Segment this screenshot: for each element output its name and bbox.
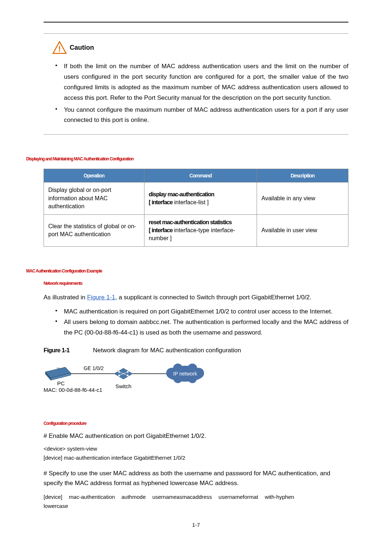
requirements-list: MAC authentication is required on port G…: [44, 307, 348, 338]
network-diagram: _ GE 1/0/2 IP network PC MAC: 00-0d-88-f…: [44, 359, 348, 395]
figure-caption: Figure 1-1 Network diagram for MAC authe…: [44, 347, 348, 354]
list-item: All users belong to domain aabbcc.net. T…: [52, 317, 348, 338]
figure-number: Figure 1-1: [44, 347, 69, 354]
figure-title: Network diagram for MAC authentication c…: [93, 347, 241, 354]
config-table: Operation Command Description Display gl…: [44, 169, 348, 246]
table-row: Clear the statistics of global or on-por…: [44, 214, 348, 246]
cmd-bold: reset mac-authentication statistics: [149, 219, 232, 225]
mac-label: MAC: 00-0d-88-f6-44-c1: [44, 387, 102, 393]
table-header-row: Operation Command Description: [44, 169, 348, 182]
intro-paragraph: As illustrated in Figure 1-1, a supplica…: [44, 292, 348, 302]
cmd-open: [ interface: [149, 227, 172, 233]
cell-description: Available in any view: [257, 182, 348, 214]
code-block: <device> system-view [device] mac-authen…: [44, 444, 348, 463]
th-operation: Operation: [44, 169, 144, 182]
caution-box: ! Caution If both the limit on the numbe…: [44, 33, 348, 135]
caution-label: Caution: [70, 44, 94, 52]
caution-list: If both the limit on the number of MAC a…: [44, 61, 348, 126]
caution-header: ! Caution: [44, 41, 348, 54]
svg-text:!: !: [58, 44, 61, 53]
cmd-rest: interface-list ]: [172, 199, 209, 205]
switch-label: Switch: [115, 383, 131, 389]
cell-command: reset mac-authentication statistics [ in…: [144, 214, 257, 246]
code-line: <device> system-view: [44, 444, 348, 454]
caution-item: If both the limit on the number of MAC a…: [52, 61, 348, 103]
cmd-bold: display mac-authentication: [149, 191, 214, 197]
pc-label: PC: [57, 380, 65, 386]
code-line: lowercase: [44, 501, 348, 511]
top-rule: [44, 22, 348, 22]
table-row: Display global or on-port information ab…: [44, 182, 348, 214]
cell-operation: Display global or on-port information ab…: [44, 182, 144, 214]
th-command: Command: [144, 169, 257, 182]
list-item: MAC authentication is required on port G…: [52, 307, 348, 317]
svg-text:_: _: [56, 363, 60, 368]
figure-link[interactable]: Figure 1-1: [87, 294, 115, 301]
code-line: [device] mac-authentication authmode use…: [44, 492, 348, 502]
code-block: [device] mac-authentication authmode use…: [44, 492, 348, 511]
cmd-open: [ interface: [149, 199, 172, 205]
caution-item: You cannot configure the maximum number …: [52, 105, 348, 126]
subsection-config-proc: Configuration procedure: [44, 421, 348, 426]
code-line: [device] mac-authentication interface Gi…: [44, 453, 348, 463]
step-text: # Enable MAC authentication on port Giga…: [44, 432, 348, 440]
th-description: Description: [257, 169, 348, 182]
cell-description: Available in user view: [257, 214, 348, 246]
intro-suffix: , a supplicant is connected to Switch th…: [115, 294, 311, 301]
intro-prefix: As illustrated in: [44, 294, 87, 301]
subsection-network-req: Network requirements: [44, 281, 348, 286]
cell-command: display mac-authentication [ interface i…: [144, 182, 257, 214]
page-number: 1-7: [44, 522, 348, 528]
section-heading-example: MAC Authentication Configuration Example: [26, 268, 348, 274]
step-text: # Specify to use the user MAC address as…: [44, 468, 348, 488]
warning-icon: !: [52, 41, 67, 54]
network-label: IP network: [173, 371, 197, 377]
section-heading-displaying: Displaying and Maintaining MAC Authentic…: [26, 156, 348, 161]
ge-label: GE 1/0/2: [83, 365, 103, 371]
cell-operation: Clear the statistics of global or on-por…: [44, 214, 144, 246]
